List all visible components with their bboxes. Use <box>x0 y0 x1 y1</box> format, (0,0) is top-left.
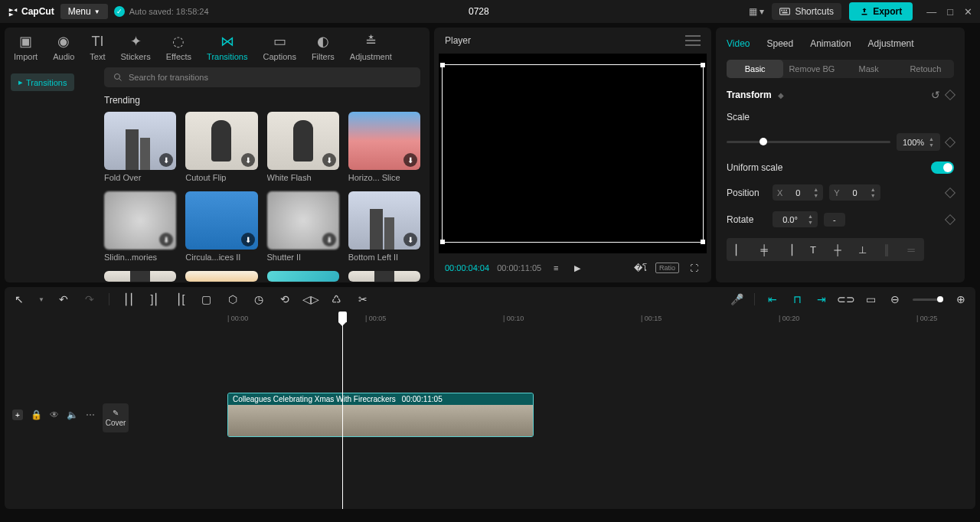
align-left[interactable]: ▏ <box>730 241 750 258</box>
marker-tool[interactable]: ⬡ <box>226 292 240 306</box>
transition-thumb[interactable]: ⬇Slidin...mories <box>104 191 176 262</box>
keyframe-scale[interactable] <box>945 136 956 147</box>
zoom-in-button[interactable]: ⊕ <box>954 292 968 306</box>
zoom-out-button[interactable]: ⊖ <box>888 292 902 306</box>
project-title[interactable]: 0728 <box>215 6 743 17</box>
transition-thumb[interactable] <box>104 271 176 282</box>
ruler[interactable]: | 00:00| 00:05| 00:10| 00:15| 00:20| 00:… <box>100 312 975 327</box>
reverse-tool[interactable]: ⟲ <box>278 292 292 306</box>
subtab-basic[interactable]: Basic <box>727 60 783 78</box>
download-icon[interactable]: ⬇ <box>322 233 336 246</box>
shortcuts-button[interactable]: Shortcuts <box>772 3 841 20</box>
tab-transitions[interactable]: ⋈Transitions <box>207 34 247 61</box>
subtab-remove-bg[interactable]: Remove BG <box>783 60 840 78</box>
snap-left[interactable]: ⇤ <box>766 292 779 306</box>
transition-thumb[interactable] <box>267 271 339 282</box>
tab-captions[interactable]: ▭Captions <box>263 34 296 61</box>
position-y-input[interactable]: Y0▲▼ <box>829 184 880 201</box>
keyframe-position[interactable] <box>945 187 956 197</box>
transition-thumb[interactable] <box>348 271 420 282</box>
download-icon[interactable]: ⬇ <box>159 153 173 167</box>
video-clip[interactable]: Colleagues Celebrating Xmas With Firecra… <box>227 393 534 437</box>
uniform-scale-toggle[interactable] <box>931 161 954 174</box>
handle-br[interactable] <box>701 240 705 244</box>
track-add[interactable]: + <box>12 409 23 420</box>
split-tool[interactable]: ⎮⎮ <box>122 292 136 306</box>
subtab-retouch[interactable]: Retouch <box>897 60 954 78</box>
sidebar-item-transitions[interactable]: ▸ Transitions <box>11 73 74 91</box>
rotate-extra[interactable]: - <box>824 213 845 227</box>
timeline[interactable]: + 🔒 👁 🔈 ⋯ ✎ Cover | 00:00| 00:05| 00:10|… <box>5 312 975 509</box>
player-canvas[interactable] <box>439 54 707 253</box>
download-icon[interactable]: ⬇ <box>159 233 173 246</box>
zoom-slider[interactable] <box>913 299 943 301</box>
magnet-button[interactable]: ⊓ <box>790 292 804 306</box>
playhead[interactable] <box>342 312 343 509</box>
inspector-tab-speed[interactable]: Speed <box>766 38 793 49</box>
handle-bl[interactable] <box>440 240 445 244</box>
player-menu-button[interactable] <box>685 35 701 46</box>
download-icon[interactable]: ⬇ <box>403 233 417 246</box>
rotate-input[interactable]: 0.0°▲▼ <box>773 211 818 227</box>
search-input[interactable]: Search for transitions <box>104 67 420 87</box>
transition-thumb[interactable]: ⬇Cutout Flip <box>185 112 257 182</box>
keyframe-transform[interactable] <box>945 90 956 100</box>
align-right[interactable]: ▕ <box>779 241 799 258</box>
download-icon[interactable]: ⬇ <box>403 153 417 167</box>
close-button[interactable]: ✕ <box>964 6 972 18</box>
tab-import[interactable]: ▣Import <box>14 34 38 61</box>
lock-icon[interactable]: 🔒 <box>31 409 42 420</box>
tab-filters[interactable]: ◐Filters <box>312 34 335 61</box>
transition-thumb[interactable]: ⬇Horizo... Slice <box>348 112 420 182</box>
mirror-tool[interactable]: ◁▷ <box>304 292 318 306</box>
fullscreen-icon[interactable]: ⛶ <box>687 261 701 275</box>
ratio-button[interactable]: Ratio <box>655 263 679 273</box>
download-icon[interactable]: ⬇ <box>241 153 255 167</box>
align-vcenter[interactable]: ┼ <box>828 241 848 258</box>
subtab-mask[interactable]: Mask <box>841 60 897 78</box>
transition-thumb[interactable]: ⬇Shutter II <box>267 191 339 262</box>
transition-thumb[interactable]: ⬇Circula...ices II <box>185 191 257 262</box>
snap-right[interactable]: ⇥ <box>815 292 828 306</box>
export-button[interactable]: Export <box>849 2 913 21</box>
align-hcenter[interactable]: ╪ <box>754 241 774 258</box>
handle-tr[interactable] <box>701 63 705 67</box>
scale-slider[interactable] <box>727 141 890 143</box>
handle-tl[interactable] <box>440 63 445 67</box>
tab-stickers[interactable]: ✦Stickers <box>121 34 151 61</box>
inspector-tab-adjustment[interactable]: Adjustment <box>868 38 914 49</box>
play-button[interactable]: ▶ <box>570 261 584 275</box>
reset-transform-button[interactable]: ↺ <box>931 89 940 101</box>
download-icon[interactable]: ⬇ <box>322 153 336 167</box>
rotate-tool[interactable]: ♺ <box>330 292 344 306</box>
menu-button[interactable]: Menu▼ <box>60 4 108 19</box>
transition-thumb[interactable]: ⬇Bottom Left II <box>348 191 420 262</box>
scale-value-input[interactable]: 100%▲▼ <box>897 133 940 151</box>
align-top[interactable]: T <box>803 241 823 258</box>
inspector-tab-video[interactable]: Video <box>727 38 750 49</box>
tab-adjustment[interactable]: ≛Adjustment <box>350 34 392 61</box>
mic-button[interactable]: 🎤 <box>730 292 743 306</box>
trim-left[interactable]: ]⎮ <box>148 292 162 306</box>
eye-icon[interactable]: 👁 <box>50 409 59 420</box>
tab-text[interactable]: TIText <box>90 34 105 61</box>
maximize-button[interactable]: □ <box>947 6 953 18</box>
align-bottom[interactable]: ⊥ <box>852 241 872 258</box>
transition-thumb[interactable]: ⬇White Flash <box>267 112 339 182</box>
track-more[interactable]: ⋯ <box>86 409 95 420</box>
transition-thumb[interactable] <box>185 271 257 282</box>
frame-tool[interactable]: ▢ <box>200 292 214 306</box>
position-x-input[interactable]: X0▲▼ <box>773 184 823 201</box>
tab-audio[interactable]: ◉Audio <box>53 34 74 61</box>
crop-tool[interactable]: ✂ <box>356 292 370 306</box>
keyframe-rotate[interactable] <box>945 214 956 224</box>
selection-frame[interactable] <box>442 64 704 243</box>
link-button[interactable]: ⊂⊃ <box>839 292 853 306</box>
tab-effects[interactable]: ◌Effects <box>166 34 191 61</box>
undo-button[interactable]: ↶ <box>57 292 70 306</box>
inspector-tab-animation[interactable]: Animation <box>810 38 851 49</box>
list-icon[interactable]: ≡ <box>549 261 563 275</box>
transition-thumb[interactable]: ⬇Fold Over <box>104 112 176 182</box>
speed-tool[interactable]: ◷ <box>252 292 266 306</box>
trim-right[interactable]: ⎮[ <box>174 292 188 306</box>
